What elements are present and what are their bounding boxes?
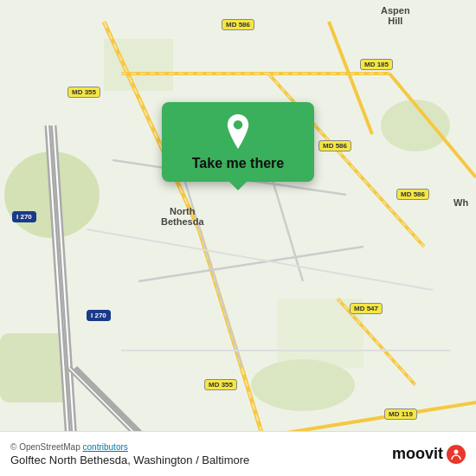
- md185-label: MD 185: [360, 59, 393, 70]
- md586-top-label: MD 586: [222, 19, 254, 30]
- popup-card[interactable]: Take me there: [162, 102, 314, 182]
- md355-bot-label: MD 355: [204, 379, 237, 390]
- md586-mid-label: MD 586: [318, 140, 351, 151]
- map-container: MD 586 MD 586 MD 586 MD 355 MD 355 MD 18…: [0, 0, 476, 476]
- location-pin-icon: [221, 114, 255, 149]
- moovit-person-icon: [450, 448, 462, 460]
- moovit-dot-icon: [447, 445, 466, 464]
- md355-left-label: MD 355: [68, 87, 100, 98]
- svg-rect-2: [0, 333, 69, 402]
- take-me-there-button[interactable]: Take me there: [192, 156, 284, 171]
- bottom-bar: © OpenStreetMap contributors Golftec Nor…: [0, 431, 476, 476]
- svg-line-25: [138, 247, 363, 281]
- md547-label: MD 547: [350, 303, 383, 314]
- map-roads: [0, 0, 476, 476]
- md119-label: MD 119: [384, 408, 417, 420]
- moovit-text: moovit: [392, 445, 443, 463]
- bottom-bar-info: © OpenStreetMap contributors Golftec Nor…: [10, 442, 249, 466]
- moovit-logo: moovit: [392, 445, 466, 464]
- aspen-hill-label: AspenHill: [381, 5, 410, 26]
- svg-line-14: [329, 22, 372, 134]
- i270-bot-label: I 270: [87, 310, 111, 321]
- location-title: Golftec North Bethesda, Washington / Bal…: [10, 453, 249, 466]
- north-bethesda-label: NorthBethesda: [161, 206, 204, 227]
- osm-contributors-link[interactable]: contributors: [83, 442, 128, 452]
- i270-left-label: I 270: [12, 211, 36, 222]
- md586-right-label: MD 586: [396, 189, 429, 200]
- wh-label: Wh: [453, 197, 468, 208]
- svg-point-32: [234, 120, 242, 129]
- svg-point-33: [454, 449, 459, 453]
- osm-attribution: © OpenStreetMap contributors: [10, 442, 249, 452]
